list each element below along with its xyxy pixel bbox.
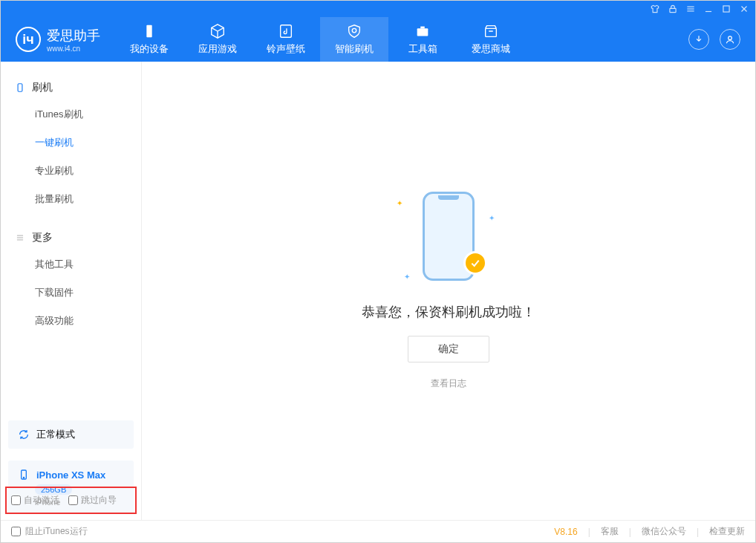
success-message: 恭喜您，保资料刷机成功啦！ [362,303,535,321]
divider: | [588,527,590,537]
sync-icon [17,428,30,441]
svg-rect-8 [146,25,151,38]
svg-rect-15 [18,84,22,92]
tab-smart-flash[interactable]: 智能刷机 [320,17,388,62]
divider: | [629,527,631,537]
version-label: V8.16 [554,527,577,537]
tab-label: 爱思商城 [472,42,510,56]
store-icon [483,23,499,39]
svg-rect-0 [670,8,676,12]
svg-point-10 [352,28,356,33]
sidebar-item-other-tools[interactable]: 其他工具 [1,250,141,279]
tab-label: 工具箱 [408,42,437,56]
svg-rect-13 [486,28,497,36]
section-label: 更多 [32,231,53,244]
svg-point-20 [23,477,24,478]
mode-label: 正常模式 [36,428,75,441]
minimize-icon[interactable] [703,4,714,14]
tshirt-icon[interactable] [650,4,660,14]
tab-ringtones-wallpapers[interactable]: 铃声壁纸 [252,17,320,62]
svg-rect-9 [281,25,292,38]
tab-apps-games[interactable]: 应用游戏 [183,17,252,62]
titlebar [1,1,755,17]
confirm-button[interactable]: 确定 [408,336,489,362]
sidebar-item-one-click-flash[interactable]: 一键刷机 [1,129,141,157]
device-icon [141,23,157,39]
tab-label: 我的设备 [130,42,169,56]
maximize-icon[interactable] [721,4,731,14]
user-button[interactable] [720,29,740,50]
tab-toolbox[interactable]: 工具箱 [388,17,457,62]
lock-icon[interactable] [668,4,678,14]
sidebar: 刷机 iTunes刷机 一键刷机 专业刷机 批量刷机 更多 其他工具 下载固件 … [1,62,142,520]
block-itunes-checkbox[interactable] [11,527,21,536]
tab-label: 智能刷机 [335,42,374,56]
music-icon [278,23,294,39]
mode-card[interactable]: 正常模式 [8,420,134,449]
skip-guide-checkbox[interactable]: 跳过向导 [68,494,117,507]
header: iч 爱思助手 www.i4.cn 我的设备 应用游戏 铃声壁纸 智能刷机 [1,17,755,62]
sparkle-icon: ✦ [397,199,403,207]
sidebar-section-flash: 刷机 [1,75,141,100]
sidebar-item-pro-flash[interactable]: 专业刷机 [1,157,141,185]
device-icon [17,468,30,481]
sidebar-item-download-firmware[interactable]: 下载固件 [1,279,141,307]
close-icon[interactable] [739,4,749,14]
block-itunes-label: 阻止iTunes运行 [25,525,88,538]
header-right [688,29,755,50]
svg-rect-5 [723,6,729,12]
statusbar: 阻止iTunes运行 V8.16 | 客服 | 微信公众号 | 检查更新 [1,520,755,542]
wechat-link[interactable]: 微信公众号 [642,525,686,538]
section-label: 刷机 [32,81,53,94]
sidebar-item-advanced[interactable]: 高级功能 [1,307,141,335]
sidebar-section-more: 更多 [1,225,141,250]
app-window: iч 爱思助手 www.i4.cn 我的设备 应用游戏 铃声壁纸 智能刷机 [0,0,756,543]
check-update-link[interactable]: 检查更新 [709,525,745,538]
body: 刷机 iTunes刷机 一键刷机 专业刷机 批量刷机 更多 其他工具 下载固件 … [1,62,755,520]
nav-tabs: 我的设备 应用游戏 铃声壁纸 智能刷机 工具箱 爱思商城 [115,17,525,62]
sidebar-item-itunes-flash[interactable]: iTunes刷机 [1,100,141,129]
toolbox-icon [414,23,431,39]
phone-icon [14,82,26,94]
tab-label: 铃声壁纸 [267,42,305,56]
auto-activate-checkbox[interactable]: 自动激活 [11,494,59,507]
svg-rect-12 [420,27,425,29]
highlighted-options: 自动激活 跳过向导 [5,487,137,514]
logo-icon: iч [16,27,41,52]
tab-my-device[interactable]: 我的设备 [115,17,183,62]
divider: | [697,527,699,537]
main-content: ✦ ✦ ✦ 恭喜您，保资料刷机成功啦！ 确定 查看日志 [142,62,755,520]
tab-store[interactable]: 爱思商城 [457,17,525,62]
svg-point-14 [729,36,732,40]
skip-guide-label: 跳过向导 [81,494,117,507]
app-url: www.i4.cn [47,45,100,53]
tab-label: 应用游戏 [198,42,237,56]
check-badge-icon [463,251,487,275]
download-button[interactable] [688,29,709,50]
list-icon [14,232,26,244]
sparkle-icon: ✦ [404,273,410,281]
auto-activate-label: 自动激活 [24,494,59,507]
success-illustration: ✦ ✦ ✦ [389,192,508,288]
logo: iч 爱思助手 www.i4.cn [1,27,115,53]
sparkle-icon: ✦ [489,214,495,222]
shield-icon [346,23,362,39]
cube-icon [209,23,226,39]
view-log-link[interactable]: 查看日志 [431,377,466,390]
menu-icon[interactable] [685,4,696,14]
support-link[interactable]: 客服 [601,525,619,538]
skip-guide-input[interactable] [68,495,78,505]
svg-rect-11 [417,28,428,36]
auto-activate-input[interactable] [11,495,21,505]
sidebar-item-batch-flash[interactable]: 批量刷机 [1,185,141,213]
device-name: iPhone XS Max [36,469,105,481]
app-name: 爱思助手 [47,27,100,45]
